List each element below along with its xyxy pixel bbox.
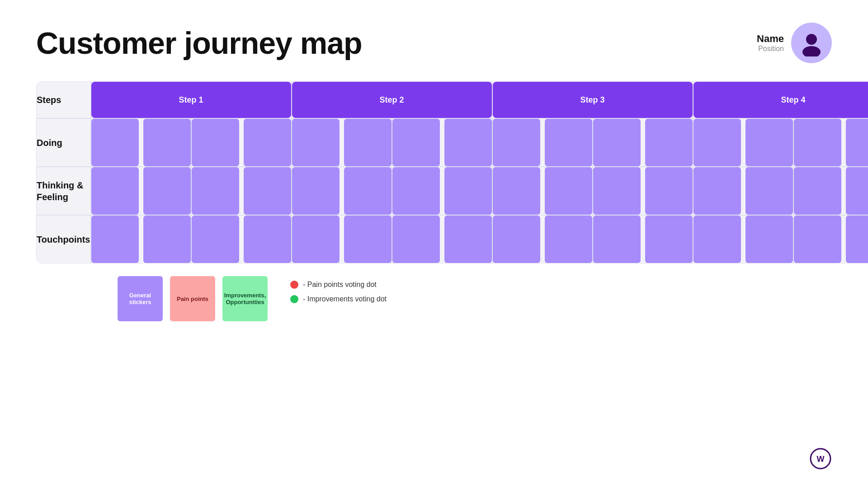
- sticker[interactable]: [493, 119, 540, 166]
- sticker[interactable]: [545, 119, 592, 166]
- sticker[interactable]: [693, 119, 741, 166]
- doing-step7[interactable]: [693, 118, 793, 167]
- sticker[interactable]: [693, 216, 741, 263]
- touchpoints-row: Touchpoints: [36, 215, 868, 263]
- sticker[interactable]: [143, 167, 191, 215]
- doing-step2[interactable]: [191, 118, 292, 167]
- sticker[interactable]: [444, 216, 492, 263]
- sticker[interactable]: [745, 216, 793, 263]
- sticker[interactable]: [91, 216, 139, 263]
- step-2-button[interactable]: Step 2: [292, 82, 492, 118]
- step-4-button[interactable]: Step 4: [693, 82, 868, 118]
- user-position: Position: [757, 45, 784, 53]
- sticker[interactable]: [794, 216, 841, 263]
- doing-step3[interactable]: [292, 118, 392, 167]
- doing-step6[interactable]: [593, 118, 693, 167]
- sticker[interactable]: [645, 216, 693, 263]
- touch-step1[interactable]: [91, 215, 191, 263]
- sticker[interactable]: [292, 119, 340, 166]
- user-profile: Name Position: [757, 23, 832, 63]
- step-3-cell[interactable]: Step 3: [492, 81, 693, 118]
- sticker[interactable]: [392, 216, 440, 263]
- legend-stickers: General stickers Pain points Improvement…: [118, 276, 268, 321]
- thinking-step2[interactable]: [191, 167, 292, 215]
- thinking-step4[interactable]: [392, 167, 492, 215]
- step-1-button[interactable]: Step 1: [91, 82, 291, 118]
- thinking-step8[interactable]: [793, 167, 868, 215]
- sticker[interactable]: [91, 167, 139, 215]
- doing-step5[interactable]: [492, 118, 593, 167]
- sticker[interactable]: [693, 167, 741, 215]
- doing-row: Doing: [36, 118, 868, 167]
- sticker[interactable]: [794, 167, 841, 215]
- legend-pain-sticker: Pain points: [170, 276, 215, 321]
- sticker[interactable]: [192, 216, 239, 263]
- step-3-button[interactable]: Step 3: [493, 82, 693, 118]
- sticker[interactable]: [846, 167, 868, 215]
- sticker[interactable]: [794, 119, 841, 166]
- doing-step1[interactable]: [91, 118, 191, 167]
- sticker[interactable]: [645, 119, 693, 166]
- sticker[interactable]: [444, 167, 492, 215]
- thinking-step5[interactable]: [492, 167, 593, 215]
- journey-table: Steps Step 1 Step 2 Step 3 Step 4 Step 5…: [36, 81, 868, 263]
- sticker[interactable]: [545, 216, 592, 263]
- touch-step5[interactable]: [492, 215, 593, 263]
- logo: W: [809, 447, 832, 472]
- sticker[interactable]: [493, 216, 540, 263]
- step-1-cell[interactable]: Step 1: [91, 81, 292, 118]
- sticker[interactable]: [593, 167, 641, 215]
- user-name: Name: [757, 33, 784, 45]
- sticker[interactable]: [344, 119, 392, 166]
- improvements-dot-row: - Improvements voting dot: [290, 295, 387, 303]
- sticker[interactable]: [745, 119, 793, 166]
- sticker[interactable]: [91, 119, 139, 166]
- page-title: Customer journey map: [36, 25, 362, 61]
- sticker[interactable]: [493, 167, 540, 215]
- touch-step3[interactable]: [292, 215, 392, 263]
- sticker[interactable]: [745, 167, 793, 215]
- sticker[interactable]: [593, 216, 641, 263]
- sticker[interactable]: [545, 167, 592, 215]
- sticker[interactable]: [292, 216, 340, 263]
- thinking-step1[interactable]: [91, 167, 191, 215]
- pain-dot-icon: [290, 281, 298, 289]
- thinking-step7[interactable]: [693, 167, 793, 215]
- thinking-step6[interactable]: [593, 167, 693, 215]
- sticker[interactable]: [846, 119, 868, 166]
- step-4-cell[interactable]: Step 4: [693, 81, 868, 118]
- sticker[interactable]: [192, 167, 239, 215]
- avatar: [791, 23, 832, 63]
- sticker[interactable]: [344, 216, 392, 263]
- legend-dots: - Pain points voting dot - Improvements …: [290, 276, 387, 303]
- sticker[interactable]: [192, 119, 239, 166]
- sticker[interactable]: [143, 216, 191, 263]
- sticker[interactable]: [392, 167, 440, 215]
- sticker[interactable]: [244, 119, 291, 166]
- user-info: Name Position: [757, 33, 784, 53]
- touch-step8[interactable]: [793, 215, 868, 263]
- touch-step4[interactable]: [392, 215, 492, 263]
- sticker[interactable]: [244, 216, 291, 263]
- sticker[interactable]: [645, 167, 693, 215]
- step-2-cell[interactable]: Step 2: [292, 81, 492, 118]
- sticker[interactable]: [392, 119, 440, 166]
- sticker[interactable]: [344, 167, 392, 215]
- doing-step8[interactable]: [793, 118, 868, 167]
- svg-text:W: W: [817, 455, 825, 464]
- sticker[interactable]: [593, 119, 641, 166]
- thinking-step3[interactable]: [292, 167, 392, 215]
- improvements-dot-icon: [290, 295, 298, 303]
- steps-row: Steps Step 1 Step 2 Step 3 Step 4 Step 5…: [36, 81, 868, 118]
- sticker[interactable]: [292, 167, 340, 215]
- sticker[interactable]: [143, 119, 191, 166]
- sticker[interactable]: [846, 216, 868, 263]
- sticker[interactable]: [444, 119, 492, 166]
- touch-step2[interactable]: [191, 215, 292, 263]
- legend-section: General stickers Pain points Improvement…: [36, 276, 832, 321]
- sticker[interactable]: [244, 167, 291, 215]
- doing-step4[interactable]: [392, 118, 492, 167]
- touch-step7[interactable]: [693, 215, 793, 263]
- row-label-steps: Steps: [36, 81, 91, 118]
- touch-step6[interactable]: [593, 215, 693, 263]
